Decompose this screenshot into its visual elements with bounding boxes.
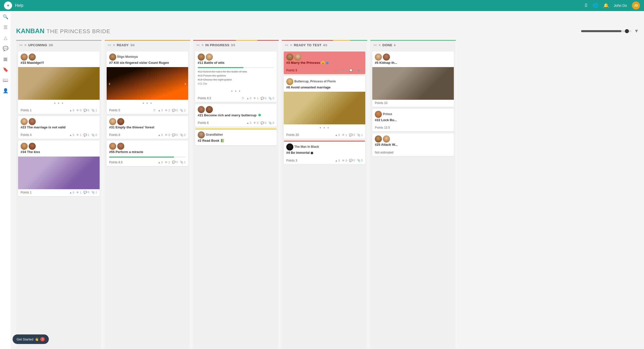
- expand-icon[interactable]: ><: [19, 43, 23, 47]
- book-icon[interactable]: 📖: [3, 77, 8, 83]
- upvote-count: ▲ 0: [69, 191, 74, 194]
- clip-count: 📎 0: [357, 69, 363, 72]
- get-started-button[interactable]: Get Started 👋 3: [13, 334, 49, 344]
- avatar: [383, 54, 390, 61]
- subtask-12: #12 Select the rules for the battle of w…: [198, 70, 274, 74]
- shapes-icon[interactable]: △: [4, 35, 7, 41]
- menu-icon[interactable]: ☰: [4, 25, 8, 30]
- card-33[interactable]: #33 Mawidge!!! • • • Points 1 ▲ 0 👁 0 💬 …: [18, 52, 100, 114]
- column-upcoming: >< ✕ UPCOMING 3/8 #33 Mawidge!!! • • • P…: [16, 40, 102, 349]
- prev-icon[interactable]: ‹: [107, 79, 112, 88]
- column-ready: >< ✕ READY 3/4 Íñigo Montoya #7 Kill six…: [105, 40, 190, 349]
- card-more-icon[interactable]: • • •: [107, 100, 188, 107]
- card-25[interactable]: #25 Attack W... Not estimated: [372, 133, 454, 156]
- help-link[interactable]: Help: [15, 3, 23, 8]
- next-icon[interactable]: ›: [182, 79, 188, 88]
- upvote-count: ▲ 0: [246, 121, 251, 124]
- nav-right: ⠿ 🌐 🔔 John Do JD: [584, 2, 640, 10]
- upcoming-cards: #33 Mawidge!!! • • • Points 1 ▲ 0 👁 0 💬 …: [16, 49, 102, 349]
- card-not-estimated: Not estimated: [375, 151, 393, 154]
- card-11[interactable]: #11 Battle of wits #12 Select the rules …: [195, 52, 277, 102]
- bell-icon[interactable]: 🔔: [603, 3, 609, 8]
- card-4[interactable]: The Man In Black #4 Be immortal Points 3…: [284, 141, 365, 164]
- card-footer: Points 3 ▲ 0 👁 0 💬 0 📎 0: [284, 157, 365, 164]
- expand-icon[interactable]: ><: [285, 43, 288, 47]
- card-meta: ▲ 0 👁 2 💬 0 📎 1: [158, 161, 186, 164]
- user-avatar[interactable]: JD: [632, 2, 640, 10]
- clip-count: 📎 1: [180, 161, 186, 164]
- column-inprogress: >< ✕ IN PROGRESS 3/3 #11 Battle of wits: [193, 40, 279, 349]
- get-started-badge: 3: [40, 337, 45, 341]
- card-avatars: [107, 141, 188, 150]
- collapse-icon[interactable]: ✕: [113, 43, 115, 47]
- expand-icon[interactable]: ><: [196, 43, 200, 47]
- collapse-icon[interactable]: ✕: [290, 43, 292, 47]
- card-footer: Points 20 ▲ 0 👁 1 💬 0 📎 1: [284, 132, 365, 139]
- card-meta: ▲ 0 👁 3 💬 0 📎 0: [335, 69, 363, 72]
- avatar: [21, 54, 28, 61]
- card-5[interactable]: #5 Kidnap th... Points 10: [372, 52, 454, 107]
- card-avatars: [372, 133, 454, 142]
- page-title: KANBAN THE PRINCESS BRIDE: [16, 27, 110, 35]
- card-21[interactable]: #21 Become rich and marry buttercup Poin…: [195, 104, 277, 127]
- users-icon[interactable]: 👤: [3, 88, 8, 93]
- prince-label: Prince: [383, 111, 392, 118]
- kanban-label: KANBAN: [16, 27, 45, 35]
- card-more-icon[interactable]: • • •: [284, 124, 365, 132]
- card-23[interactable]: #23 The marriage is not valid Points 4 ▲…: [18, 116, 100, 139]
- card-31[interactable]: #31 Empty the thieves' forest Points 8 ▲…: [107, 116, 188, 139]
- expand-icon[interactable]: ><: [108, 43, 111, 47]
- progress-bar: [581, 30, 631, 32]
- collapse-icon[interactable]: ✕: [24, 43, 27, 47]
- chat-icon[interactable]: 💬: [3, 46, 8, 51]
- clip-count: 📎 1: [357, 133, 363, 137]
- card-footer: Points 1 ▲ 0 👁 1 💬 0 📎 1: [18, 189, 100, 196]
- grid-icon[interactable]: ▦: [3, 56, 8, 62]
- card-footer: Points 8 ▲ 0 👁 0 💬 0 📎 0: [107, 132, 188, 139]
- app-logo[interactable]: ✦: [4, 2, 12, 10]
- card-avatars: The Man In Black: [284, 141, 365, 151]
- card-meta: ▲ 0 👁 0 💬 0 📎 0: [158, 133, 186, 137]
- comment-count: 💬 0: [172, 133, 178, 137]
- search-icon[interactable]: 🔍: [3, 14, 8, 20]
- card-8[interactable]: Buttercup, Princess of Florin #8 Avoid u…: [284, 76, 365, 139]
- collapse-icon[interactable]: ✕: [378, 43, 381, 47]
- comment-count: 💬 1: [84, 133, 89, 137]
- card-title: #7 Kill six-fingered vizier Count Rugen: [107, 61, 188, 67]
- upvote-count: ▲ 0: [335, 133, 340, 136]
- card-avatars: [18, 116, 100, 125]
- card-more-icon[interactable]: • • •: [18, 100, 100, 107]
- clip-count: 📎 0: [268, 121, 274, 125]
- card-22[interactable]: Prince #22 Lock Bu... Points 13.5: [372, 109, 454, 131]
- view-count: 👁 1: [253, 97, 258, 100]
- avatar: [383, 135, 390, 142]
- card-3[interactable]: #3 Marry the Princess 😮 Points 5 ▲ 0 👁 3…: [284, 52, 365, 74]
- card-meta: ▲ 0 👁 0 💬 0 📎 1: [69, 109, 97, 112]
- card-points: Points 10: [375, 101, 387, 105]
- status-dot-green: [258, 114, 261, 116]
- card-meta: ▲ 0 👁 1 💬 1 📎 0: [69, 133, 97, 137]
- card-progress-bg: [109, 157, 186, 158]
- project-name: THE PRINCESS BRIDE: [47, 28, 110, 35]
- upvote-count: ▲ 0: [246, 97, 251, 100]
- card-34[interactable]: #34 The kiss Points 1 ▲ 0 👁 1 💬 0 📎 1: [18, 141, 100, 196]
- globe-icon[interactable]: 🌐: [593, 3, 598, 8]
- collapse-icon[interactable]: ✕: [201, 43, 204, 47]
- card-7[interactable]: Íñigo Montoya #7 Kill six-fingered vizie…: [107, 52, 188, 114]
- card-title: #31 Empty the thieves' forest: [107, 125, 188, 132]
- apps-grid-icon[interactable]: ⠿: [584, 3, 588, 8]
- card-progress-fill: [109, 157, 174, 158]
- avatar: [117, 143, 124, 150]
- filter-button[interactable]: ▼: [634, 28, 639, 34]
- card-avatars: Grandfather: [195, 129, 277, 138]
- col-count-upcoming: 3/8: [49, 43, 53, 47]
- card-55[interactable]: #55 Perform a miracle Points 8.5 ▲ 0 👁 2…: [107, 141, 188, 166]
- card-2[interactable]: Grandfather #2 Read Book 📗: [195, 129, 277, 145]
- card-title: #3 Marry the Princess 😮: [284, 61, 365, 67]
- card-avatars: [372, 52, 454, 61]
- card-more-icon[interactable]: • • •: [195, 88, 277, 95]
- expand-icon[interactable]: ><: [373, 43, 377, 47]
- bookmark-icon[interactable]: 🔖: [3, 67, 8, 72]
- view-count: 👁 3: [342, 69, 347, 72]
- view-count: 👁 2: [165, 161, 170, 164]
